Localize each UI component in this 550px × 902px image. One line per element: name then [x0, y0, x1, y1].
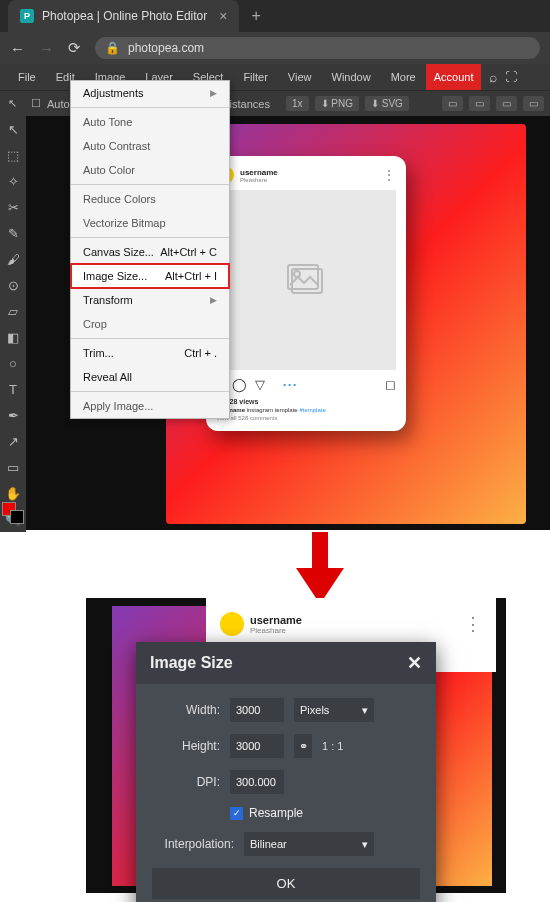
menu-view[interactable]: View: [278, 64, 322, 90]
browser-url-bar: ← → ⟳ 🔒 photopea.com: [0, 32, 550, 64]
eraser-tool[interactable]: ▱: [4, 302, 22, 320]
height-label: Height:: [152, 739, 220, 753]
back-button[interactable]: ←: [10, 40, 25, 57]
blur-tool[interactable]: ○: [4, 354, 22, 372]
clone-tool[interactable]: ⊙: [4, 276, 22, 294]
tab-title: Photopea | Online Photo Editor: [42, 9, 207, 23]
menu-crop[interactable]: Crop: [71, 312, 229, 336]
align-btn-3[interactable]: ▭: [496, 96, 517, 111]
chevron-down-icon: ▾: [362, 838, 368, 851]
menu-more[interactable]: More: [381, 64, 426, 90]
flow-arrow-icon: [290, 532, 350, 604]
gradient-tool[interactable]: ◧: [4, 328, 22, 346]
forward-button[interactable]: →: [39, 40, 54, 57]
url-text: photopea.com: [128, 41, 204, 55]
hand-tool[interactable]: ✋: [4, 484, 22, 502]
menu-auto-contrast[interactable]: Auto Contrast: [71, 134, 229, 158]
close-tab-icon[interactable]: ×: [219, 8, 227, 24]
background-color[interactable]: [10, 510, 24, 524]
view-comments: View all 528 comments: [216, 415, 396, 421]
align-btn-2[interactable]: ▭: [469, 96, 490, 111]
export-svg[interactable]: ⬇ SVG: [365, 96, 409, 111]
more-icon: ⋮: [464, 621, 482, 627]
url-field[interactable]: 🔒 photopea.com: [95, 37, 540, 59]
search-icon[interactable]: ⌕: [489, 69, 497, 85]
more-icon: ⋮: [382, 172, 396, 178]
brush-tool[interactable]: 🖌: [4, 250, 22, 268]
zoom-selector[interactable]: 1x: [286, 96, 309, 111]
crop-tool[interactable]: ✂: [4, 198, 22, 216]
height-input[interactable]: [230, 734, 284, 758]
pen-tool[interactable]: ✒: [4, 406, 22, 424]
place-label: Pleashare: [250, 626, 302, 635]
marquee-tool[interactable]: ⬚: [4, 146, 22, 164]
tools-panel: ↖ ⬚ ✧ ✂ ✎ 🖌 ⊙ ▱ ◧ ○ T ✒ ↗ ▭ ✋ 🔍: [0, 116, 26, 532]
image-menu-dropdown: Adjustments▶ Auto Tone Auto Contrast Aut…: [70, 80, 230, 419]
svg-point-2: [294, 271, 300, 277]
menu-filter[interactable]: Filter: [233, 64, 277, 90]
image-size-dialog: Image Size ✕ Width: Pixels▾ Height: ⚭ 1 …: [136, 642, 436, 902]
dialog-titlebar: Image Size ✕: [136, 642, 436, 684]
align-btn-1[interactable]: ▭: [442, 96, 463, 111]
new-tab-button[interactable]: +: [239, 7, 272, 25]
width-label: Width:: [152, 703, 220, 717]
auto-label: Auto: [47, 98, 70, 110]
menu-image-size[interactable]: Image Size...Alt+Ctrl + I: [71, 264, 229, 288]
menu-file[interactable]: File: [8, 64, 46, 90]
share-icon: ▽: [255, 377, 265, 392]
submenu-arrow-icon: ▶: [210, 88, 217, 98]
menu-reduce-colors[interactable]: Reduce Colors: [71, 187, 229, 211]
aspect-ratio: 1 : 1: [322, 740, 343, 752]
export-png[interactable]: ⬇ PNG: [315, 96, 359, 111]
interpolation-label: Interpolation:: [152, 837, 234, 851]
move-tool[interactable]: ↖: [4, 120, 22, 138]
menu-trim[interactable]: Trim...Ctrl + .: [71, 341, 229, 365]
canvas-area-2: username Pleashare ⋮ Image Size ✕ Width:…: [86, 598, 506, 893]
fullscreen-icon[interactable]: ⛶: [505, 70, 517, 84]
resample-label: Resample: [249, 806, 303, 820]
comment-icon: ◯: [232, 377, 247, 392]
menu-transform[interactable]: Transform▶: [71, 288, 229, 312]
type-tool[interactable]: T: [4, 380, 22, 398]
menu-apply-image[interactable]: Apply Image...: [71, 394, 229, 418]
color-swatches[interactable]: [2, 502, 24, 524]
dialog-title: Image Size: [150, 654, 233, 672]
avatar: [220, 612, 244, 636]
menu-adjustments[interactable]: Adjustments▶: [71, 81, 229, 105]
lock-icon: 🔒: [105, 41, 120, 55]
menu-auto-color[interactable]: Auto Color: [71, 158, 229, 182]
instagram-post-mockup: username Pleashare ⋮ ♥ ◯ ▽ • • • ◻ 10.32…: [206, 156, 406, 431]
carousel-dots: • • •: [283, 380, 296, 389]
browser-tab-bar: P Photopea | Online Photo Editor × +: [0, 0, 550, 32]
caption: Username instagram template #template: [216, 407, 396, 413]
ok-button[interactable]: OK: [152, 868, 420, 899]
username-label: username: [240, 168, 278, 177]
dpi-label: DPI:: [152, 775, 220, 789]
wand-tool[interactable]: ✧: [4, 172, 22, 190]
link-dimensions-icon[interactable]: ⚭: [294, 734, 312, 758]
menu-vectorize[interactable]: Vectorize Bitmap: [71, 211, 229, 235]
auto-checkbox[interactable]: ☐: [31, 97, 41, 110]
dpi-input[interactable]: [230, 770, 284, 794]
browser-tab[interactable]: P Photopea | Online Photo Editor ×: [8, 0, 239, 32]
menu-account[interactable]: Account: [426, 64, 482, 90]
shape-tool[interactable]: ▭: [4, 458, 22, 476]
align-btn-4[interactable]: ▭: [523, 96, 544, 111]
resample-checkbox[interactable]: ✓ Resample: [230, 806, 420, 820]
menu-window[interactable]: Window: [322, 64, 381, 90]
menu-auto-tone[interactable]: Auto Tone: [71, 110, 229, 134]
menu-reveal-all[interactable]: Reveal All: [71, 365, 229, 389]
username-label: username: [250, 614, 302, 626]
menu-canvas-size[interactable]: Canvas Size...Alt+Ctrl + C: [71, 240, 229, 264]
checkbox-checked-icon: ✓: [230, 807, 243, 820]
interpolation-select[interactable]: Bilinear▾: [244, 832, 374, 856]
chevron-down-icon: ▾: [362, 704, 368, 717]
close-icon[interactable]: ✕: [407, 652, 422, 674]
move-tool-icon: ↖: [8, 97, 17, 110]
units-select[interactable]: Pixels▾: [294, 698, 374, 722]
width-input[interactable]: [230, 698, 284, 722]
reload-button[interactable]: ⟳: [68, 39, 81, 57]
place-label: Pleashare: [240, 177, 278, 183]
eyedropper-tool[interactable]: ✎: [4, 224, 22, 242]
path-tool[interactable]: ↗: [4, 432, 22, 450]
